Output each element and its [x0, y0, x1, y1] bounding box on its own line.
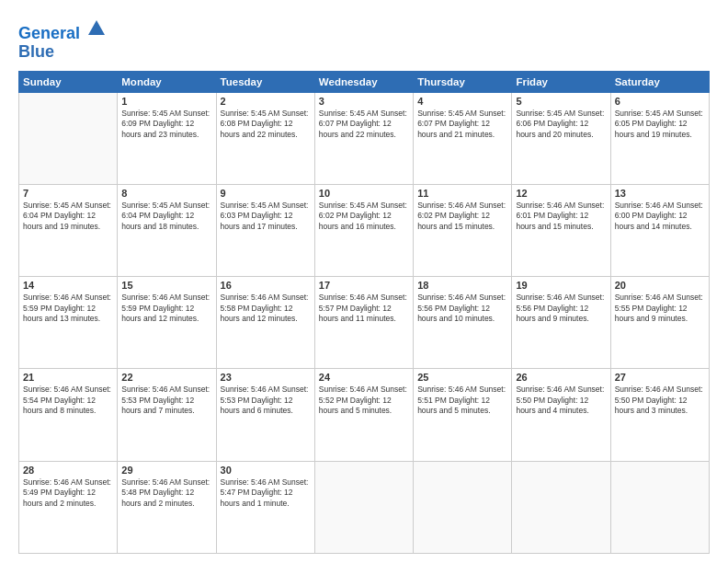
logo-icon: [86, 18, 107, 39]
calendar-cell: 30Sunrise: 5:46 AM Sunset: 5:47 PM Dayli…: [216, 461, 314, 553]
calendar-cell: 16Sunrise: 5:46 AM Sunset: 5:58 PM Dayli…: [216, 277, 314, 369]
calendar-cell: 5Sunrise: 5:45 AM Sunset: 6:06 PM Daylig…: [512, 92, 610, 184]
day-number: 11: [417, 188, 507, 199]
calendar-cell: [512, 461, 610, 553]
calendar-week-5: 28Sunrise: 5:46 AM Sunset: 5:49 PM Dayli…: [19, 461, 710, 553]
day-number: 25: [417, 372, 507, 383]
day-number: 12: [516, 188, 606, 199]
day-info: Sunrise: 5:46 AM Sunset: 5:53 PM Dayligh…: [121, 385, 211, 416]
day-number: 16: [221, 280, 311, 291]
day-number: 7: [23, 188, 113, 199]
day-info: Sunrise: 5:46 AM Sunset: 5:47 PM Dayligh…: [221, 477, 311, 509]
day-info: Sunrise: 5:46 AM Sunset: 5:52 PM Dayligh…: [319, 385, 409, 416]
calendar-cell: 8Sunrise: 5:45 AM Sunset: 6:04 PM Daylig…: [118, 184, 216, 276]
calendar-cell: 6Sunrise: 5:45 AM Sunset: 6:05 PM Daylig…: [610, 92, 709, 184]
day-info: Sunrise: 5:46 AM Sunset: 5:53 PM Dayligh…: [221, 385, 311, 416]
day-info: Sunrise: 5:45 AM Sunset: 6:02 PM Dayligh…: [319, 201, 409, 232]
calendar-cell: 17Sunrise: 5:46 AM Sunset: 5:57 PM Dayli…: [314, 277, 413, 369]
calendar-cell: 23Sunrise: 5:46 AM Sunset: 5:53 PM Dayli…: [216, 369, 314, 461]
calendar-cell: 20Sunrise: 5:46 AM Sunset: 5:55 PM Dayli…: [610, 277, 709, 369]
day-number: 18: [417, 280, 507, 291]
logo-text: General: [18, 18, 107, 43]
day-info: Sunrise: 5:45 AM Sunset: 6:03 PM Dayligh…: [221, 201, 311, 232]
logo-blue: Blue: [18, 43, 107, 62]
day-info: Sunrise: 5:45 AM Sunset: 6:09 PM Dayligh…: [121, 109, 211, 140]
day-number: 4: [417, 96, 507, 107]
day-info: Sunrise: 5:46 AM Sunset: 6:02 PM Dayligh…: [417, 201, 507, 232]
calendar-cell: [314, 461, 413, 553]
day-info: Sunrise: 5:46 AM Sunset: 5:51 PM Dayligh…: [417, 385, 507, 416]
day-info: Sunrise: 5:46 AM Sunset: 5:57 PM Dayligh…: [319, 293, 409, 324]
day-info: Sunrise: 5:46 AM Sunset: 5:54 PM Dayligh…: [23, 385, 113, 416]
calendar-cell: 10Sunrise: 5:45 AM Sunset: 6:02 PM Dayli…: [314, 184, 413, 276]
calendar-week-2: 7Sunrise: 5:45 AM Sunset: 6:04 PM Daylig…: [19, 184, 710, 276]
day-info: Sunrise: 5:46 AM Sunset: 5:59 PM Dayligh…: [121, 293, 211, 324]
calendar-cell: 15Sunrise: 5:46 AM Sunset: 5:59 PM Dayli…: [118, 277, 216, 369]
calendar-cell: [414, 461, 512, 553]
day-number: 30: [221, 465, 311, 476]
day-number: 29: [121, 465, 211, 476]
calendar-cell: 21Sunrise: 5:46 AM Sunset: 5:54 PM Dayli…: [19, 369, 118, 461]
day-info: Sunrise: 5:46 AM Sunset: 5:49 PM Dayligh…: [23, 477, 113, 509]
weekday-header-friday: Friday: [512, 71, 610, 92]
calendar-cell: [610, 461, 709, 553]
day-number: 20: [615, 280, 705, 291]
svg-marker-0: [88, 20, 105, 35]
day-number: 9: [221, 188, 311, 199]
day-number: 22: [121, 372, 211, 383]
logo: General Blue: [18, 18, 107, 62]
weekday-header-row: SundayMondayTuesdayWednesdayThursdayFrid…: [19, 71, 710, 92]
day-info: Sunrise: 5:45 AM Sunset: 6:04 PM Dayligh…: [23, 201, 113, 232]
calendar-cell: 7Sunrise: 5:45 AM Sunset: 6:04 PM Daylig…: [19, 184, 118, 276]
calendar-cell: 4Sunrise: 5:45 AM Sunset: 6:07 PM Daylig…: [414, 92, 512, 184]
calendar-cell: 3Sunrise: 5:45 AM Sunset: 6:07 PM Daylig…: [314, 92, 413, 184]
day-number: 24: [319, 372, 409, 383]
calendar-cell: 25Sunrise: 5:46 AM Sunset: 5:51 PM Dayli…: [414, 369, 512, 461]
day-number: 5: [516, 96, 606, 107]
calendar-cell: 27Sunrise: 5:46 AM Sunset: 5:50 PM Dayli…: [610, 369, 709, 461]
calendar-week-1: 1Sunrise: 5:45 AM Sunset: 6:09 PM Daylig…: [19, 92, 710, 184]
day-info: Sunrise: 5:46 AM Sunset: 5:48 PM Dayligh…: [121, 477, 211, 509]
day-number: 6: [615, 96, 705, 107]
weekday-header-saturday: Saturday: [610, 71, 709, 92]
day-info: Sunrise: 5:45 AM Sunset: 6:06 PM Dayligh…: [516, 109, 606, 140]
weekday-header-tuesday: Tuesday: [216, 71, 314, 92]
day-info: Sunrise: 5:46 AM Sunset: 5:50 PM Dayligh…: [615, 385, 705, 416]
calendar-cell: 29Sunrise: 5:46 AM Sunset: 5:48 PM Dayli…: [118, 461, 216, 553]
day-info: Sunrise: 5:46 AM Sunset: 5:55 PM Dayligh…: [615, 293, 705, 324]
day-info: Sunrise: 5:46 AM Sunset: 5:56 PM Dayligh…: [516, 293, 606, 324]
weekday-header-sunday: Sunday: [19, 71, 118, 92]
day-number: 3: [319, 96, 409, 107]
day-info: Sunrise: 5:45 AM Sunset: 6:05 PM Dayligh…: [615, 109, 705, 140]
calendar-cell: 13Sunrise: 5:46 AM Sunset: 6:00 PM Dayli…: [610, 184, 709, 276]
calendar-cell: 19Sunrise: 5:46 AM Sunset: 5:56 PM Dayli…: [512, 277, 610, 369]
day-number: 19: [516, 280, 606, 291]
day-number: 1: [121, 96, 211, 107]
day-info: Sunrise: 5:46 AM Sunset: 5:50 PM Dayligh…: [516, 385, 606, 416]
day-info: Sunrise: 5:45 AM Sunset: 6:08 PM Dayligh…: [221, 109, 311, 140]
day-number: 15: [121, 280, 211, 291]
calendar-cell: 28Sunrise: 5:46 AM Sunset: 5:49 PM Dayli…: [19, 461, 118, 553]
weekday-header-monday: Monday: [118, 71, 216, 92]
day-number: 23: [221, 372, 311, 383]
header: General Blue: [18, 15, 710, 62]
calendar-cell: 14Sunrise: 5:46 AM Sunset: 5:59 PM Dayli…: [19, 277, 118, 369]
day-info: Sunrise: 5:45 AM Sunset: 6:07 PM Dayligh…: [319, 109, 409, 140]
day-info: Sunrise: 5:46 AM Sunset: 5:56 PM Dayligh…: [417, 293, 507, 324]
calendar-cell: 11Sunrise: 5:46 AM Sunset: 6:02 PM Dayli…: [414, 184, 512, 276]
day-number: 27: [615, 372, 705, 383]
day-info: Sunrise: 5:46 AM Sunset: 6:01 PM Dayligh…: [516, 201, 606, 232]
day-info: Sunrise: 5:46 AM Sunset: 5:58 PM Dayligh…: [221, 293, 311, 324]
day-number: 2: [221, 96, 311, 107]
day-number: 26: [516, 372, 606, 383]
calendar-cell: [19, 92, 118, 184]
weekday-header-wednesday: Wednesday: [314, 71, 413, 92]
calendar-cell: 1Sunrise: 5:45 AM Sunset: 6:09 PM Daylig…: [118, 92, 216, 184]
calendar-table: SundayMondayTuesdayWednesdayThursdayFrid…: [18, 71, 710, 554]
day-info: Sunrise: 5:45 AM Sunset: 6:04 PM Dayligh…: [121, 201, 211, 232]
day-number: 10: [319, 188, 409, 199]
day-info: Sunrise: 5:46 AM Sunset: 5:59 PM Dayligh…: [23, 293, 113, 324]
day-info: Sunrise: 5:46 AM Sunset: 6:00 PM Dayligh…: [615, 201, 705, 232]
calendar-cell: 22Sunrise: 5:46 AM Sunset: 5:53 PM Dayli…: [118, 369, 216, 461]
day-number: 14: [23, 280, 113, 291]
